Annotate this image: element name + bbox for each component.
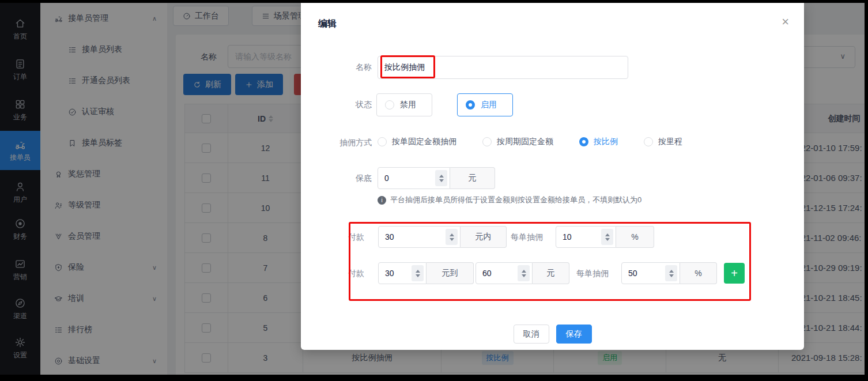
method-option-fixed-per-period[interactable]: 按周期固定金额: [482, 137, 553, 147]
info-icon: i: [378, 196, 386, 205]
radio-icon[interactable]: [482, 137, 492, 146]
status-label: 状态: [301, 100, 372, 110]
cancel-button[interactable]: 取消: [514, 325, 549, 344]
save-button[interactable]: 保存: [556, 325, 592, 344]
floor-label: 保底: [301, 173, 372, 184]
method-option-by-mileage[interactable]: 按里程: [644, 137, 682, 147]
number-stepper[interactable]: [435, 170, 447, 186]
annotation-box-name-value: [380, 55, 435, 78]
screen: 首页 订单 业务 接单员 用户 财务 营销 渠道: [0, 0, 868, 381]
radio-icon[interactable]: [644, 137, 653, 146]
method-option-fixed-per-order[interactable]: 按单固定金额抽佣: [378, 137, 456, 147]
radio-icon[interactable]: [385, 100, 394, 110]
radio-icon[interactable]: [579, 137, 588, 146]
close-icon[interactable]: ×: [782, 16, 789, 28]
screen-edge-bottom: [0, 375, 868, 381]
status-option-disabled[interactable]: 禁用: [376, 93, 432, 116]
name-label: 名称: [301, 62, 372, 73]
method-label: 抽佣方式: [301, 138, 372, 148]
dialog-title: 编辑: [318, 18, 337, 30]
method-option-by-ratio[interactable]: 按比例: [579, 137, 618, 147]
annotation-box-tiers: [349, 222, 751, 301]
floor-hint: i 平台抽佣后接单员所得低于设置金额则按设置金额给接单员，不填则默认为0: [378, 195, 641, 205]
screen-edge-top: [0, 0, 868, 3]
status-option-enabled[interactable]: 启用: [457, 93, 513, 116]
radio-icon[interactable]: [466, 100, 475, 110]
unit-addon: 元: [450, 167, 495, 189]
screen-edge-right: [865, 0, 868, 381]
radio-icon[interactable]: [378, 137, 387, 146]
